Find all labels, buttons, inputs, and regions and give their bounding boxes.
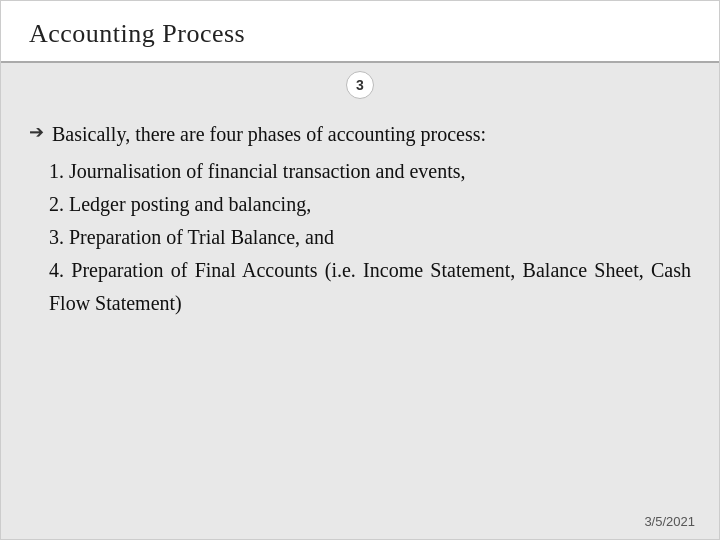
title-bar: Accounting Process xyxy=(1,1,719,63)
slide: Accounting Process 3 ➔ Basically, there … xyxy=(0,0,720,540)
main-bullet-text: Basically, there are four phases of acco… xyxy=(52,119,486,149)
slide-title: Accounting Process xyxy=(29,19,691,49)
slide-number-badge: 3 xyxy=(346,71,374,99)
slide-content: ➔ Basically, there are four phases of ac… xyxy=(1,103,719,539)
slide-number-container: 3 xyxy=(1,63,719,103)
list-item: 3. Preparation of Trial Balance, and xyxy=(49,221,691,254)
bullet-icon: ➔ xyxy=(29,121,44,143)
list-items: 1. Journalisation of financial transacti… xyxy=(29,155,691,320)
main-bullet: ➔ Basically, there are four phases of ac… xyxy=(29,119,691,149)
list-item: 2. Ledger posting and balancing, xyxy=(49,188,691,221)
list-item: 1. Journalisation of financial transacti… xyxy=(49,155,691,188)
list-item: 4. Preparation of Final Accounts (i.e. I… xyxy=(49,254,691,320)
slide-date: 3/5/2021 xyxy=(644,514,695,529)
